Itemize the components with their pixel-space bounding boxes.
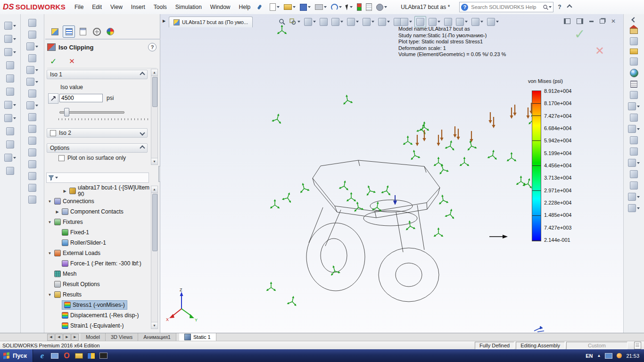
plot-tools-button[interactable] <box>454 16 469 27</box>
pin-menu-icon[interactable] <box>257 4 262 9</box>
language-indicator[interactable]: EN <box>586 353 593 359</box>
tab-configurationmanager[interactable] <box>77 26 89 37</box>
previous-view-button[interactable] <box>303 16 317 27</box>
start-button[interactable]: Пуск <box>0 349 33 362</box>
help-question-button[interactable]: ? <box>553 2 565 12</box>
task-pane-collapse-button[interactable] <box>632 18 636 22</box>
filter-caret-icon[interactable] <box>55 177 58 179</box>
toolbar-button[interactable] <box>4 101 16 109</box>
panel-button[interactable] <box>628 125 640 133</box>
print-button[interactable] <box>314 2 328 12</box>
tree-item-result-options[interactable]: Result Options <box>45 279 150 289</box>
scroll-down-icon[interactable]: ▼ <box>151 322 157 329</box>
collapse-arrow-icon[interactable]: ▼ <box>47 199 52 204</box>
tree-item-component[interactable]: ▶ ulabra17 bcut-1 (-[SW]Ultem 90 <box>45 186 150 196</box>
section-clipping-button[interactable] <box>399 16 413 27</box>
compare-results-button[interactable] <box>470 16 485 27</box>
tab-animation[interactable]: Анимация1 <box>138 333 176 341</box>
cancel-overlay-icon[interactable]: ✕ <box>595 44 604 58</box>
folder-shortcut-icon[interactable] <box>74 351 83 360</box>
toolbar-button[interactable] <box>6 88 14 96</box>
panel-button[interactable] <box>628 102 640 110</box>
panel-button[interactable] <box>630 114 638 122</box>
toolbar-button[interactable] <box>28 148 36 156</box>
close-icon[interactable]: ✕ <box>611 18 616 25</box>
tree-item-mesh[interactable]: Mesh <box>45 269 150 279</box>
minimize-icon[interactable] <box>589 21 594 22</box>
collapse-arrow-icon[interactable]: ▼ <box>47 251 52 255</box>
tab-3d-views[interactable]: 3D Views <box>106 333 138 341</box>
tree-item-roller-slider[interactable]: Roller/Slider-1 <box>45 238 150 248</box>
hide-show-items-button[interactable] <box>361 16 376 27</box>
view-palette-button[interactable] <box>630 58 638 66</box>
pm-help-icon[interactable]: ? <box>148 43 157 51</box>
cancel-button[interactable]: ✕ <box>66 57 78 66</box>
tree-item-strain-plot[interactable]: Strain1 (-Equivalent-) <box>45 321 150 331</box>
toolbar-button[interactable] <box>28 90 36 98</box>
iso2-checkbox[interactable] <box>50 130 56 136</box>
document-tab[interactable]: ULAbra17 bcut as (По умо... <box>169 16 253 27</box>
panel-button[interactable] <box>628 193 640 201</box>
toolbar-button[interactable] <box>26 66 38 74</box>
hidden-icons-chevron[interactable]: ▲ <box>597 354 601 358</box>
mesh-display-button[interactable] <box>427 16 442 27</box>
panel-button[interactable] <box>630 136 638 144</box>
search-icon[interactable] <box>543 4 549 10</box>
tree-item-component-contacts[interactable]: ▶ Component Contacts <box>45 206 150 217</box>
flyout-arrow-icon[interactable]: ▶ <box>163 19 165 23</box>
toolbar-button[interactable] <box>6 61 14 69</box>
expand-arrow-icon[interactable]: ▶ <box>55 210 60 214</box>
tree-item-external-loads[interactable]: ▼ External Loads <box>45 248 150 258</box>
edit-appearance-button[interactable] <box>377 16 391 27</box>
update-tray-icon[interactable] <box>617 353 622 358</box>
iso-value-input[interactable] <box>59 94 103 102</box>
toolbar-button[interactable] <box>28 172 36 180</box>
scroll-thumb[interactable] <box>152 194 157 251</box>
reverse-direction-button[interactable] <box>48 93 58 104</box>
panel-button[interactable] <box>630 91 638 99</box>
toolbar-button[interactable] <box>28 125 36 133</box>
file-explorer-button[interactable] <box>630 49 638 54</box>
custom-properties-button[interactable] <box>630 81 637 88</box>
configuration-selector[interactable]: Custom <box>566 342 627 349</box>
zoom-fit-button[interactable] <box>277 16 287 27</box>
menu-window[interactable]: Window <box>206 2 235 12</box>
menu-edit[interactable]: Edit <box>88 2 106 12</box>
tab-static-study[interactable]: Static 1 <box>179 333 216 341</box>
toolbar-button[interactable] <box>26 78 38 86</box>
tree-item-displacement-plot[interactable]: Displacement1 (-Res disp-) <box>45 310 150 321</box>
toolbar-button[interactable] <box>4 22 16 30</box>
solidworks-resources-button[interactable] <box>630 25 638 34</box>
toolbar-button[interactable] <box>28 184 36 192</box>
menu-tools[interactable]: Tools <box>149 2 171 12</box>
panel-button[interactable] <box>630 181 638 189</box>
appearances-button[interactable] <box>630 69 638 77</box>
toolbar-button[interactable] <box>6 74 14 82</box>
toolbar-button[interactable] <box>6 167 14 175</box>
scroll-up-icon[interactable]: ▲ <box>151 186 157 193</box>
collapse-arrow-icon[interactable]: ▼ <box>47 220 52 224</box>
options-group-header[interactable]: Options <box>47 143 148 153</box>
collapse-ribbon-icon[interactable] <box>567 4 572 9</box>
deformed-result-button[interactable] <box>486 16 500 27</box>
tree-item-force[interactable]: Force-1 (:Per item: -300 lbf:) <box>45 258 150 269</box>
tree-item-fixed[interactable]: Fixed-1 <box>45 227 150 238</box>
file-manager-icon[interactable] <box>87 351 96 360</box>
options-button[interactable] <box>375 2 388 12</box>
menu-view[interactable]: View <box>106 2 127 12</box>
dock-right-icon[interactable] <box>577 18 583 24</box>
selected-tree-item[interactable]: Stress1 (-vonMises-) <box>62 300 127 310</box>
toolbar-button[interactable] <box>28 160 36 168</box>
search-caret-icon[interactable] <box>549 6 552 8</box>
panel-button[interactable] <box>630 148 638 156</box>
panel-button[interactable] <box>628 159 640 167</box>
toolbar-button[interactable] <box>6 140 14 148</box>
toolbar-button[interactable] <box>4 48 16 56</box>
accept-overlay-icon[interactable]: ✓ <box>574 26 585 42</box>
section-view-button[interactable] <box>318 16 329 27</box>
tab-model[interactable]: Model <box>81 333 106 341</box>
tab-propertymanager[interactable] <box>63 25 75 38</box>
tree-scrollbar[interactable]: ▲ ▼ <box>151 186 158 329</box>
expand-arrow-icon[interactable]: ▶ <box>62 189 67 193</box>
collapse-arrow-icon[interactable]: ▼ <box>47 293 52 297</box>
